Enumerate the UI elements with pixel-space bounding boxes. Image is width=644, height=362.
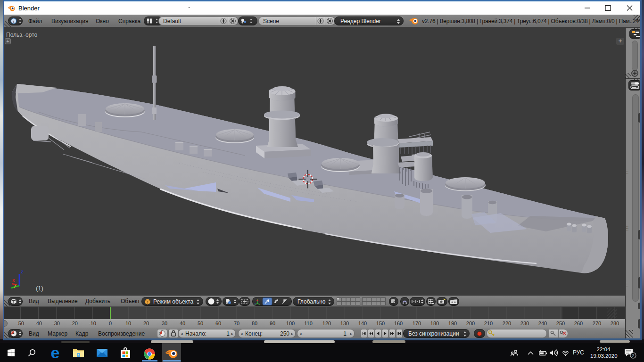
- svg-text:2: 2: [632, 353, 634, 358]
- svg-text:x: x: [12, 278, 15, 283]
- svg-text:z: z: [21, 269, 24, 274]
